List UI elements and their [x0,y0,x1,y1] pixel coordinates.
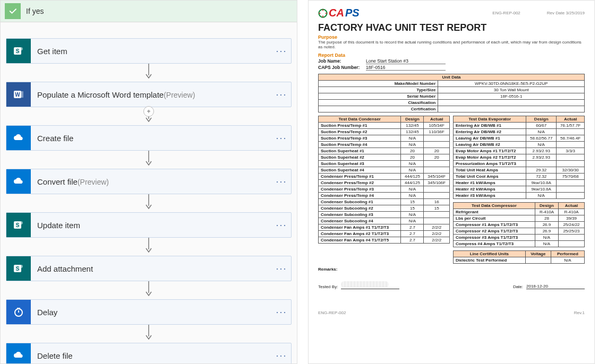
date-value: 2018-12-20 [526,284,585,289]
date-row: Date: 2018-12-20 [513,281,585,289]
table-row: Serial Number18F-0516-1 [319,93,585,100]
flow-arrow [6,151,292,169]
step-label: Delay [31,308,272,317]
table-row: Heater #2 kW/Amps9kw/10.8A [454,186,585,193]
sharepoint-icon: S [6,39,31,63]
step-label: Delete file [31,351,272,360]
flow-body: SGet item···WPopulate a Microsoft Word t… [1,22,297,364]
footer-id: ENG-REP-002 [318,310,346,315]
company-logo: CAPS [318,7,360,19]
table-row: Type/Size30 Ton Wall Mount [319,87,585,93]
table-row: Condenser Press/Temp #1444/125345/104F [319,174,450,180]
step-label: Add attachment [31,264,272,273]
flow-step-card[interactable]: SAdd attachment··· [6,256,292,281]
table-row: Make/Model NumberWPKV-30TD-0NN18KE-5E5-P… [319,81,585,87]
job-number-value: 18F-0516 [366,65,446,71]
step-label: Convert file(Preview) [31,177,272,186]
table-row: Condenser Subcooling #21515 [319,205,450,212]
onedrive-icon [6,343,31,364]
table-row: Entering Air DB/WB #2N/A [454,129,585,135]
condition-yes-bar[interactable]: If yes [1,1,297,22]
condenser-header: Test Data Condenser [319,116,401,123]
table-row: Condenser Fan Amps #2 T1/T2/T32.72/2/2 [319,231,450,237]
unit-data-header: Unit Data [319,74,585,81]
flow-arrow [6,194,292,212]
table-row: Suction Superheat #12020 [319,148,450,154]
step-menu-button[interactable]: ··· [272,300,291,324]
flow-step-card[interactable]: Delay··· [6,299,292,325]
job-name-row: Job Name: Lone Start Station #3 [318,58,585,64]
step-label: Update item [31,221,272,230]
svg-text:W: W [15,92,20,98]
table-row: Suction Superheat #22020 [319,154,450,161]
purpose-heading: Purpose [318,34,585,40]
step-menu-button[interactable]: ··· [272,126,291,150]
step-menu-button[interactable]: ··· [272,256,291,281]
table-row: Suction Press/Temp #2132/45110/36F [319,129,450,135]
word-icon: W [6,82,31,107]
flow-designer-panel: If yes SGet item···WPopulate a Microsoft… [0,0,297,364]
line-cert-header: Line Certified Units [454,251,526,257]
flow-step-card[interactable]: Create file··· [6,125,292,151]
flow-step-card[interactable]: SUpdate item··· [6,212,292,238]
table-row: Condenser Press/Temp #3N/A [319,186,450,193]
table-row: Lbs per Circuit2839/39 [454,215,585,222]
table-row: Heater #3 kW/AmpsN/A [454,193,585,199]
design-header: Design [526,116,557,123]
condenser-table: Test Data Condenser Design Actual Suctio… [318,116,450,244]
gear-icon [318,8,328,18]
table-row: Suction Press/Temp #1132/45105/34F [319,123,450,129]
design-header: Design [535,203,558,209]
onedrive-icon [6,126,31,150]
table-row: Evap Motor Amps #2 T1/T2/T22.93/2.93 [454,154,585,161]
sharepoint-icon: S [6,213,31,237]
svg-point-12 [20,221,23,224]
compressor-table: Test Data Compressor Design Actual Refri… [453,202,585,247]
flow-arrow [6,238,292,256]
document-preview-panel: CAPS ENG-REP-002 Rev Date 3/25/2019 FACT… [308,0,595,364]
table-row: Leaving Air DB/WB #158.62/56.7758.7/46.4… [454,135,585,142]
step-menu-button[interactable]: ··· [272,169,291,194]
step-label: Get item [31,47,272,56]
flow-arrow: + [6,107,292,125]
table-row: Condenser Fan Amps #4 T1/T2/T52.72/2/2 [319,237,450,244]
svg-text:S: S [16,266,20,272]
table-row: Classification [319,100,585,106]
table-row: Suction Superheat #3N/A [319,161,450,167]
onedrive-icon [6,169,31,194]
signature-blur [341,281,389,288]
table-row: Condenser Press/Temp #2444/125345/106F [319,180,450,186]
step-menu-button[interactable]: ··· [272,213,291,237]
table-row: Evap Motor Amps #1 T1/T2/T22.93/2.933/3/… [454,148,585,154]
flow-step-card[interactable]: Convert file(Preview)··· [6,169,292,194]
table-row: Compress #4 Amps T1/T2/T3N/A [454,241,585,247]
compressor-header: Test Data Compressor [454,203,535,209]
performed-header: Performed [551,251,584,257]
flow-step-card[interactable]: Delete file··· [6,343,292,364]
design-header: Design [401,116,424,123]
step-menu-button[interactable]: ··· [272,343,291,364]
table-row: Condenser Fan Amps #1 T1/T2/T32.72/2/2 [319,224,450,231]
step-menu-button[interactable]: ··· [272,82,291,107]
date-label: Date: [513,284,523,289]
svg-text:S: S [16,222,20,228]
table-row: Heater #1 kW/Amps9kw/10.8A [454,180,585,186]
line-cert-table: Line Certified Units Voltage Performed D… [453,250,585,264]
flow-step-card[interactable]: WPopulate a Microsoft Word template(Prev… [6,82,292,107]
evaporator-table: Test Data Evaporator Design Actual Enter… [453,116,585,199]
table-row: Certification [319,106,585,112]
table-row: Suction Superheat #4N/A [319,167,450,174]
table-row: Suction Press/Temp #4N/A [319,142,450,148]
table-row: Condenser Press/Temp #4N/A [319,193,450,199]
svg-point-16 [20,265,23,268]
flow-step-card[interactable]: SGet item··· [6,38,292,64]
table-row: Compressor #2 Amps T1/T2/T326.925/25/23 [454,228,585,235]
table-row: Compressor #3 Amps T1/T2/T3N/A [454,235,585,241]
step-menu-button[interactable]: ··· [272,39,291,63]
job-name-label: Job Name: [318,58,366,64]
report-data-heading: Report Data [318,53,585,58]
tested-by-label: Tested By: [318,284,338,289]
delay-icon [6,300,31,324]
purpose-text: The purpose of this document is to recor… [318,40,585,49]
add-step-button[interactable]: + [143,106,154,117]
